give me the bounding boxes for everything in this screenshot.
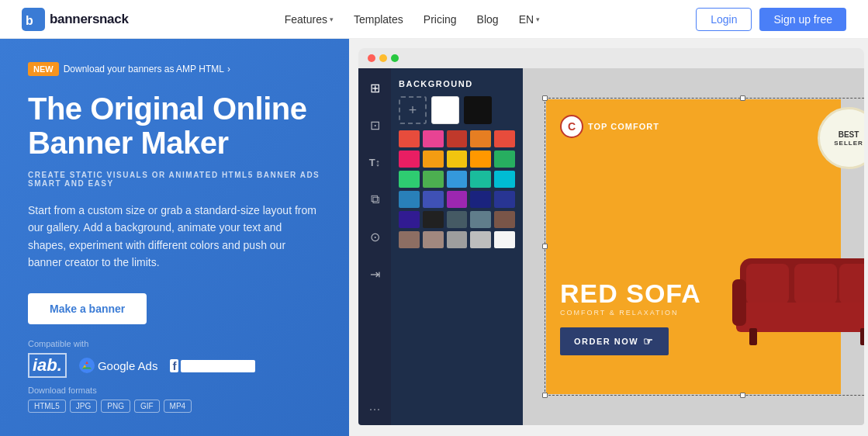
color-swatch-22[interactable] xyxy=(447,211,468,228)
main-content: NEW Download your banners as AMP HTML › … xyxy=(0,39,868,436)
svg-rect-10 xyxy=(749,328,757,345)
best-seller-badge: BEST SELLER xyxy=(818,107,864,169)
cursor-icon: ☞ xyxy=(643,335,655,348)
color-swatch-12[interactable] xyxy=(447,171,468,188)
announcement-bar[interactable]: NEW Download your banners as AMP HTML › xyxy=(28,62,321,76)
logo-icon: b xyxy=(22,8,45,31)
add-color-button[interactable]: + xyxy=(399,96,427,124)
google-ads-text: Google Ads xyxy=(98,359,158,372)
sofa-svg xyxy=(732,247,864,348)
arrow-icon: › xyxy=(227,64,230,74)
announcement-text: Download your banners as AMP HTML xyxy=(64,64,224,74)
color-swatch-9[interactable] xyxy=(494,151,515,168)
color-swatch-14[interactable] xyxy=(494,171,515,188)
resize-handle-lm[interactable] xyxy=(542,244,548,249)
color-swatch-1[interactable] xyxy=(423,130,444,147)
color-swatch-7[interactable] xyxy=(447,151,468,168)
banner-ad: C TOP COMFORT BEST SELLER RED SOFA COMFO… xyxy=(546,99,841,394)
export-icon[interactable]: ⇥ xyxy=(363,262,386,285)
more-icon[interactable]: ··· xyxy=(368,401,380,417)
make-banner-button[interactable]: Make a banner xyxy=(28,293,147,324)
facebook-ads-logo: ffacebook Ads xyxy=(170,359,257,372)
badge-line1: BEST xyxy=(839,130,859,140)
brand-logo: C TOP COMFORT xyxy=(560,115,659,138)
order-button: ORDER NOW ☞ xyxy=(560,327,669,355)
color-swatch-0[interactable] xyxy=(399,130,420,147)
nav-lang[interactable]: EN ▾ xyxy=(511,9,548,30)
color-swatch-24[interactable] xyxy=(494,211,515,228)
best-seller-circle: BEST SELLER xyxy=(818,107,864,169)
color-swatch-13[interactable] xyxy=(470,171,491,188)
resize-handle-bl[interactable] xyxy=(542,393,548,398)
chevron-down-icon: ▾ xyxy=(536,16,540,23)
nav-pricing[interactable]: Pricing xyxy=(416,9,465,30)
color-swatch-25[interactable] xyxy=(399,231,420,248)
color-swatch-28[interactable] xyxy=(470,231,491,248)
format-tags: HTML5 JPG PNG GIF MP4 xyxy=(28,400,321,413)
color-swatch-16[interactable] xyxy=(423,191,444,208)
color-swatch-18[interactable] xyxy=(470,191,491,208)
color-swatch-4[interactable] xyxy=(494,130,515,147)
color-swatch-21[interactable] xyxy=(423,211,444,228)
color-swatch-19[interactable] xyxy=(494,191,515,208)
compat-label: Compatible with xyxy=(28,339,321,348)
logo[interactable]: b bannersnack xyxy=(22,8,129,31)
order-text: ORDER NOW xyxy=(574,337,638,346)
color-swatch-27[interactable] xyxy=(447,231,468,248)
white-swatch[interactable] xyxy=(431,96,459,124)
color-swatch-15[interactable] xyxy=(399,191,420,208)
copy-icon[interactable]: ⧉ xyxy=(363,188,386,211)
color-swatch-17[interactable] xyxy=(447,191,468,208)
nav-links: Features ▾ Templates Pricing Blog EN ▾ xyxy=(277,9,548,30)
color-swatch-20[interactable] xyxy=(399,211,420,228)
logo-text: bannersnack xyxy=(50,12,129,27)
nav-features[interactable]: Features ▾ xyxy=(277,9,341,30)
nav-blog[interactable]: Blog xyxy=(469,9,507,30)
browser-dot-green xyxy=(391,54,399,62)
color-swatch-23[interactable] xyxy=(470,211,491,228)
navbar: b bannersnack Features ▾ Templates Prici… xyxy=(0,0,868,39)
black-swatch[interactable] xyxy=(464,96,492,124)
svg-rect-7 xyxy=(736,303,864,332)
svg-point-2 xyxy=(79,358,95,373)
editor-window: ⊞ ⊡ T↕ ⧉ ⊙ ⇥ ··· BACKGROUND + xyxy=(358,68,864,425)
brand-name: TOP COMFORT xyxy=(588,122,659,131)
svg-rect-4 xyxy=(746,264,789,304)
download-label: Download formats xyxy=(28,386,321,395)
google-ads-logo: Google Ads xyxy=(79,358,158,373)
svg-rect-5 xyxy=(794,264,837,304)
top-swatches: + xyxy=(399,96,515,124)
color-swatch-2[interactable] xyxy=(447,130,468,147)
signup-button[interactable]: Sign up free xyxy=(759,8,846,31)
nav-templates[interactable]: Templates xyxy=(346,9,411,30)
color-swatch-10[interactable] xyxy=(399,171,420,188)
resize-handle-tl[interactable] xyxy=(542,95,548,101)
color-swatch-5[interactable] xyxy=(399,151,420,168)
format-mp4: MP4 xyxy=(164,400,192,413)
color-swatch-3[interactable] xyxy=(470,130,491,147)
banner-canvas: C TOP COMFORT BEST SELLER RED SOFA COMFO… xyxy=(523,68,864,425)
iab-logo: iab. xyxy=(28,353,67,378)
format-html5: HTML5 xyxy=(28,400,66,413)
new-badge: NEW xyxy=(28,62,59,76)
grid-icon[interactable]: ⊡ xyxy=(363,113,386,137)
color-swatch-6[interactable] xyxy=(423,151,444,168)
color-swatch-29[interactable] xyxy=(494,231,515,248)
browser-dot-red xyxy=(368,54,375,62)
hero-bottom: Compatible with iab. Google Ads ffaceboo… xyxy=(28,339,321,413)
color-swatch-11[interactable] xyxy=(423,171,444,188)
browser-dot-yellow xyxy=(379,54,387,62)
resize-handle-bm[interactable] xyxy=(740,393,745,398)
color-swatch-26[interactable] xyxy=(423,231,444,248)
color-swatch-8[interactable] xyxy=(470,151,491,168)
login-button[interactable]: Login xyxy=(696,8,752,31)
svg-rect-8 xyxy=(732,279,746,326)
product-title-area: RED SOFA COMFORT & RELAXATION xyxy=(560,280,701,317)
text-icon[interactable]: T↕ xyxy=(363,151,386,174)
format-gif: GIF xyxy=(134,400,160,413)
resize-handle-tm[interactable] xyxy=(740,95,745,101)
layout-icon[interactable]: ⊞ xyxy=(363,76,386,99)
editor-preview: ⊞ ⊡ T↕ ⧉ ⊙ ⇥ ··· BACKGROUND + xyxy=(349,39,868,436)
search-icon[interactable]: ⊙ xyxy=(363,225,386,248)
hero-subtitle: CREATE STATIC VISUALS OR ANIMATED HTML5 … xyxy=(28,171,321,188)
